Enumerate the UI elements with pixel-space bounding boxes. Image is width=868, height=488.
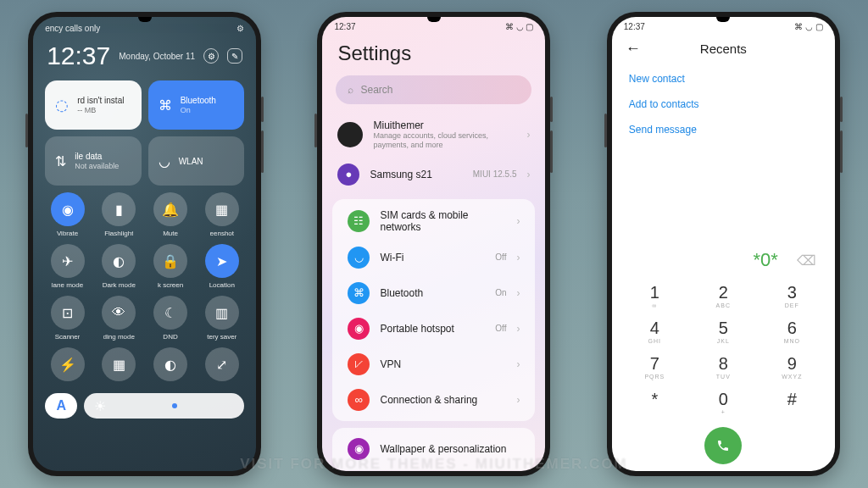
page-title: Recents [641, 42, 806, 56]
account-row[interactable]: Miuithemer Manage accounts, cloud servic… [322, 113, 545, 157]
qs-lane-mode[interactable]: ✈lane mode [45, 244, 90, 289]
chevron-right-icon: › [526, 169, 530, 180]
qs-dnd[interactable]: ☾DND [148, 296, 193, 341]
key-7[interactable]: 7PQRS [620, 349, 689, 385]
key-9[interactable]: 9WXYZ [758, 349, 826, 385]
back-button[interactable]: ← [626, 40, 641, 58]
qs-tery-saver[interactable]: ▥tery saver [199, 296, 244, 341]
watermark: VISIT FOR MORE THEMES - MIUITHEMER.COM [0, 456, 868, 473]
phone-controlcenter: ency calls only ⚙ 12:37 Monday, October … [28, 12, 261, 476]
clock-time: 12:37 [47, 42, 110, 70]
status-icons: ⌘ ◡ ▢ [794, 22, 823, 31]
qs-extra[interactable]: ▦ [97, 347, 142, 381]
qs-flashlight[interactable]: ▮Flashlight [97, 192, 142, 237]
status-time: 12:37 [334, 22, 355, 31]
qs-dark-mode[interactable]: ◐Dark mode [97, 244, 142, 289]
qs-location[interactable]: ➤Location [199, 244, 244, 289]
theme-icon: ● [337, 164, 359, 186]
qs-scanner[interactable]: ⊡Scanner [45, 296, 90, 341]
theme-name: Samsung s21 [370, 169, 462, 180]
key-5[interactable]: 5JKL [689, 313, 758, 349]
droplet-icon: ◌ [55, 96, 69, 114]
key-1[interactable]: 1∞ [620, 278, 689, 313]
brightness-icon: ☀ [94, 398, 106, 414]
search-input[interactable]: ⌕ Search [336, 75, 531, 104]
theme-row[interactable]: ● Samsung s21 MIUI 12.5.5 › [322, 157, 545, 192]
search-icon: ⌕ [348, 84, 353, 96]
qs-k-screen[interactable]: 🔒k screen [148, 244, 193, 289]
qs-mute[interactable]: 🔔Mute [148, 192, 193, 237]
account-name: Miuithemer [373, 119, 516, 131]
status-icons: ⌘ ◡ ▢ [505, 22, 534, 31]
key-*[interactable]: * [620, 385, 689, 420]
phone-dialer: 12:37 ⌘ ◡ ▢ ← Recents New contactAdd to … [607, 12, 840, 476]
tile-mobiledata[interactable]: ⇅ ile dataNot available [45, 136, 142, 186]
settings-row[interactable]: ⩗VPN› [332, 347, 535, 382]
settings-row[interactable]: ⌘BluetoothOn› [332, 275, 535, 311]
key-6[interactable]: 6MNO [758, 313, 826, 349]
edit-icon[interactable]: ✎ [227, 48, 242, 64]
qs-extra[interactable]: ⚡ [45, 347, 90, 381]
dialer-link[interactable]: Send message [629, 117, 818, 142]
phone-settings: 12:37 ⌘ ◡ ▢ Settings ⌕ Search Miuithemer… [317, 12, 550, 476]
cc-header: 12:37 Monday, October 11 ⚙ ✎ [33, 36, 256, 80]
tile-bluetooth[interactable]: ⌘ BluetoothOn [148, 80, 245, 130]
dialed-number: *0* [753, 249, 777, 271]
key-8[interactable]: 8TUV [689, 349, 758, 385]
key-0[interactable]: 0+ [689, 385, 758, 420]
dial-display: *0* ⌫ [612, 239, 835, 276]
settings-row[interactable]: ☷SIM cards & mobile networks› [332, 202, 535, 240]
backspace-icon[interactable]: ⌫ [797, 252, 816, 269]
qs-eenshot[interactable]: ▦eenshot [199, 192, 244, 237]
phone-icon [716, 439, 730, 452]
tile-storage[interactable]: ◌ rd isn't instal-- MB [45, 80, 142, 130]
brightness-slider[interactable]: ☀ [84, 393, 244, 419]
settings-row[interactable]: ◉Portable hotspotOff› [332, 311, 535, 347]
page-title: Settings [322, 33, 545, 75]
key-4[interactable]: 4GHI [620, 313, 689, 349]
account-sub: Manage accounts, cloud services, payment… [373, 131, 516, 150]
settings-icon[interactable]: ⚙ [203, 48, 219, 64]
settings-row[interactable]: ∞Connection & sharing› [332, 382, 535, 418]
status-carrier: ency calls only [45, 24, 100, 33]
key-3[interactable]: 3DEF [758, 278, 826, 313]
clock-date: Monday, October 11 [119, 52, 195, 61]
chevron-right-icon: › [526, 129, 530, 141]
bluetooth-icon: ⌘ [159, 97, 172, 114]
dialer-link[interactable]: Add to contacts [629, 92, 818, 117]
wifi-icon: ◡ [159, 153, 170, 169]
qs-extra[interactable]: ◐ [148, 347, 193, 381]
avatar [337, 122, 363, 147]
key-#[interactable]: # [758, 385, 826, 420]
data-icon: ⇅ [55, 153, 66, 169]
slider-thumb[interactable] [172, 403, 177, 408]
qs-extra[interactable]: ⤢ [199, 347, 244, 381]
auto-brightness-toggle[interactable]: A [45, 393, 77, 419]
tile-wlan[interactable]: ◡ WLAN [148, 136, 245, 186]
settings-row[interactable]: ◡Wi-FiOff› [332, 240, 535, 275]
key-2[interactable]: 2ABC [689, 278, 758, 313]
qs-ding-mode[interactable]: 👁ding mode [97, 296, 142, 341]
miui-badge: MIUI 12.5.5 [473, 169, 517, 179]
status-time: 12:37 [624, 22, 645, 31]
dialer-link[interactable]: New contact [629, 66, 818, 92]
status-icons: ⚙ [236, 24, 244, 33]
qs-vibrate[interactable]: ◉Vibrate [45, 192, 90, 237]
